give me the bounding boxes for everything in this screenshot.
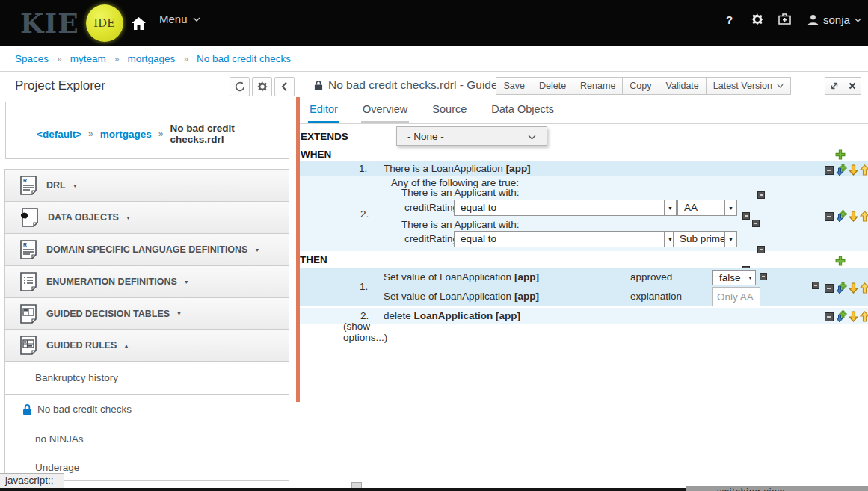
field-label: creditRating	[404, 233, 452, 244]
remove-action-row-button[interactable]	[825, 312, 834, 321]
action-text: delete LoanApplication [app]	[384, 310, 520, 321]
breadcrumb-myteam[interactable]: myteam	[70, 53, 106, 64]
brand-kie-text: KIE	[20, 7, 79, 39]
row-number: 2.	[360, 310, 369, 321]
select-arrow: ▼	[664, 200, 676, 215]
tab-source[interactable]: Source	[431, 103, 468, 123]
file-no-bad-credit-checks[interactable]: No bad credit checks	[4, 394, 289, 424]
user-menu[interactable]: sonja	[807, 13, 861, 26]
remove-condition-button[interactable]	[825, 166, 834, 175]
show-options-link[interactable]: (show options...)	[343, 321, 387, 343]
breadcrumb-separator: »	[57, 54, 62, 64]
breadcrumb-mortgages[interactable]: mortgages	[127, 53, 175, 64]
action-value-input[interactable]	[712, 287, 760, 306]
path-default[interactable]: <default>	[37, 129, 81, 140]
add-action-button[interactable]	[835, 256, 846, 266]
gear-icon	[257, 81, 268, 92]
edit-constraint-button[interactable]	[742, 212, 750, 220]
settings-button[interactable]	[751, 13, 763, 25]
move-up-icon[interactable]	[860, 211, 868, 222]
delete-button[interactable]: Delete	[532, 77, 573, 95]
move-down-icon[interactable]	[849, 282, 858, 294]
move-down-icon[interactable]	[849, 164, 858, 176]
panel-splitter-handle[interactable]	[296, 97, 300, 402]
remove-condition-button[interactable]	[825, 212, 834, 221]
file-bankruptcy-history[interactable]: Bankruptcy history	[4, 361, 289, 395]
action-value-select[interactable]: false ▼	[712, 270, 756, 285]
tab-overview[interactable]: Overview	[361, 103, 409, 123]
breadcrumb-current-asset[interactable]: No bad credit checks	[197, 53, 291, 64]
operator-select[interactable]: equal to ▼	[454, 231, 677, 247]
breadcrumb-separator: »	[183, 54, 188, 64]
close-editor-button[interactable]	[843, 77, 861, 95]
menu-label: Menu	[159, 13, 188, 25]
file-no-ninjas[interactable]: no NINJAs	[4, 424, 289, 454]
add-action-below-icon[interactable]	[835, 310, 847, 323]
add-condition-button[interactable]	[835, 149, 846, 160]
home-icon[interactable]	[129, 14, 148, 32]
brand-ide-text: IDE	[93, 16, 115, 30]
add-condition-below-icon[interactable]	[835, 164, 847, 176]
version-dropdown-button[interactable]: Latest Version	[706, 77, 791, 95]
rename-button[interactable]: Rename	[573, 77, 623, 95]
toolkit-button[interactable]	[778, 13, 791, 25]
caret-up-icon: ▲	[123, 343, 129, 348]
explorer-path-card: <default> » mortgages » No bad credit ch…	[5, 102, 289, 159]
remove-action-button[interactable]	[812, 282, 819, 289]
operator-select[interactable]: equal to ▼	[454, 200, 677, 216]
action-text: Set value of LoanApplication [app]	[384, 291, 539, 302]
edit-action-button[interactable]	[760, 273, 767, 280]
chevron-down-icon	[855, 18, 861, 22]
save-button[interactable]: Save	[496, 77, 532, 95]
collapse-panel-button[interactable]	[274, 77, 295, 96]
svg-text:R: R	[23, 178, 27, 183]
refresh-button[interactable]	[230, 77, 250, 96]
extends-select[interactable]: - None -	[396, 126, 547, 146]
lock-icon	[22, 404, 32, 416]
remove-action-row-button[interactable]	[825, 284, 834, 293]
move-up-icon[interactable]	[860, 164, 868, 176]
then-row-1: Set value of LoanApplication [app] appro…	[300, 268, 868, 306]
expand-editor-button[interactable]	[825, 77, 843, 95]
kie-ide-logo[interactable]: KIE IDE	[20, 4, 123, 42]
move-down-icon[interactable]	[849, 311, 858, 322]
path-current-file: No bad credit checks.rdrl	[170, 123, 289, 145]
section-enumeration-definitions[interactable]: ENUMERATION DEFINITIONS ▼	[4, 265, 289, 298]
value-select[interactable]: Sub prime ▼	[673, 231, 737, 247]
section-data-objects[interactable]: DATA OBJECTS ▼	[4, 201, 289, 234]
path-mortgages[interactable]: mortgages	[100, 129, 152, 140]
add-field-button[interactable]	[757, 191, 765, 199]
caret-down-icon: ▼	[254, 247, 259, 253]
explorer-settings-button[interactable]	[252, 77, 272, 96]
refresh-icon	[235, 81, 245, 92]
remove-constraint-button[interactable]	[752, 220, 760, 227]
add-field-button[interactable]	[757, 246, 765, 253]
move-up-icon[interactable]	[860, 311, 868, 322]
guided-rule-editor: EXTENDS - None - WHEN 1. There is a Loan…	[300, 124, 868, 491]
select-arrow: ▼	[724, 200, 736, 215]
help-icon: ?	[726, 13, 733, 26]
pattern-intro: There is an Applicant with:	[401, 219, 520, 230]
tab-editor[interactable]: Editor	[308, 103, 339, 123]
tab-data-objects[interactable]: Data Objects	[490, 103, 555, 123]
section-drl[interactable]: R DRL ▼	[4, 169, 289, 202]
add-condition-below-icon[interactable]	[835, 210, 847, 223]
section-guided-rules[interactable]: GUIDED RULES ▲	[4, 329, 289, 362]
section-label: DOMAIN SPECIFIC LANGUAGE DEFINITIONS	[46, 244, 247, 255]
help-button[interactable]: ?	[726, 13, 733, 26]
menu-dropdown[interactable]: Menu	[159, 13, 200, 25]
section-dsl-definitions[interactable]: R DOMAIN SPECIFIC LANGUAGE DEFINITIONS ▼	[4, 233, 289, 266]
move-down-icon[interactable]	[849, 211, 858, 222]
move-up-icon[interactable]	[860, 282, 868, 294]
breadcrumb-spaces[interactable]: Spaces	[15, 53, 49, 64]
when-row-2: Any of the following are true: There is …	[300, 176, 868, 251]
fact-binding: [app]	[514, 271, 539, 282]
copy-button[interactable]: Copy	[622, 77, 659, 95]
section-guided-decision-tables[interactable]: GUIDED DECISION TABLES ▼	[4, 297, 289, 330]
value-select[interactable]: AA ▼	[677, 200, 737, 216]
validate-button[interactable]: Validate	[659, 77, 707, 95]
action-field: approved	[630, 271, 672, 282]
add-action-below-icon[interactable]	[835, 282, 847, 294]
browser-status-tooltip: javascript:;	[0, 473, 64, 489]
breadcrumb: Spaces » myteam » mortgages » No bad cre…	[0, 46, 868, 72]
